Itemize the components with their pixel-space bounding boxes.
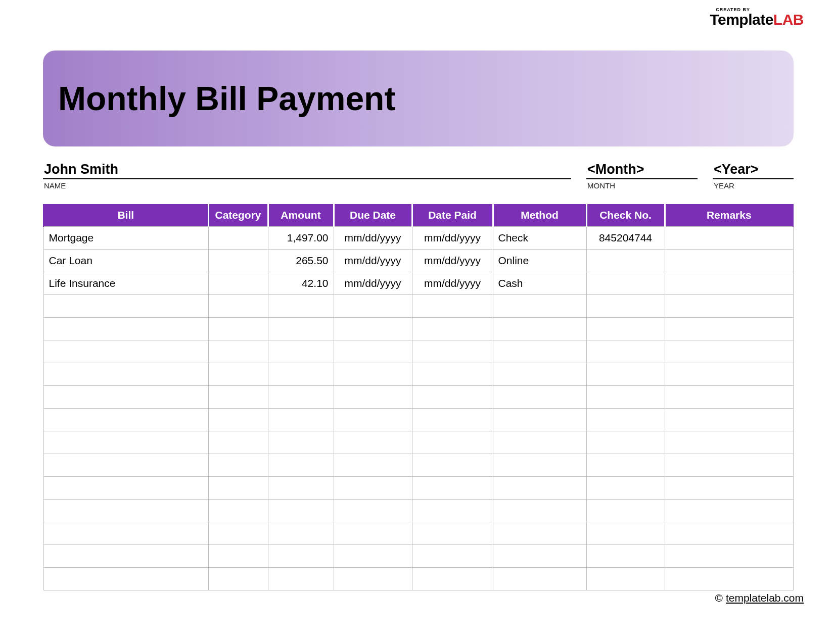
cell-amount[interactable] xyxy=(268,318,334,340)
cell-amount[interactable] xyxy=(268,295,334,318)
name-value[interactable]: John Smith xyxy=(43,162,571,179)
cell-amount[interactable] xyxy=(268,340,334,363)
cell-due_date[interactable] xyxy=(334,386,412,409)
cell-remarks[interactable] xyxy=(665,272,793,295)
cell-date_paid[interactable] xyxy=(412,409,493,431)
cell-check_no[interactable] xyxy=(586,477,665,500)
cell-date_paid[interactable] xyxy=(412,500,493,522)
cell-method[interactable] xyxy=(493,340,586,363)
cell-bill[interactable] xyxy=(43,522,208,545)
cell-bill[interactable] xyxy=(43,409,208,431)
cell-category[interactable] xyxy=(208,295,268,318)
cell-check_no[interactable] xyxy=(586,545,665,568)
cell-due_date[interactable] xyxy=(334,431,412,454)
cell-method[interactable]: Cash xyxy=(493,272,586,295)
cell-method[interactable] xyxy=(493,522,586,545)
cell-remarks[interactable] xyxy=(665,522,793,545)
cell-method[interactable] xyxy=(493,454,586,477)
cell-remarks[interactable] xyxy=(665,386,793,409)
cell-method[interactable] xyxy=(493,431,586,454)
cell-amount[interactable] xyxy=(268,454,334,477)
cell-amount[interactable] xyxy=(268,522,334,545)
cell-amount[interactable] xyxy=(268,545,334,568)
cell-amount[interactable] xyxy=(268,409,334,431)
cell-check_no[interactable] xyxy=(586,295,665,318)
cell-method[interactable] xyxy=(493,500,586,522)
cell-remarks[interactable] xyxy=(665,409,793,431)
cell-bill[interactable] xyxy=(43,477,208,500)
cell-bill[interactable]: Life Insurance xyxy=(43,272,208,295)
cell-amount[interactable] xyxy=(268,363,334,386)
cell-category[interactable] xyxy=(208,386,268,409)
cell-category[interactable] xyxy=(208,454,268,477)
cell-due_date[interactable] xyxy=(334,522,412,545)
cell-bill[interactable]: Car Loan xyxy=(43,250,208,272)
cell-due_date[interactable] xyxy=(334,340,412,363)
cell-method[interactable]: Check xyxy=(493,227,586,250)
cell-check_no[interactable] xyxy=(586,500,665,522)
cell-remarks[interactable] xyxy=(665,295,793,318)
cell-amount[interactable] xyxy=(268,386,334,409)
cell-bill[interactable] xyxy=(43,363,208,386)
cell-due_date[interactable]: mm/dd/yyyy xyxy=(334,250,412,272)
cell-check_no[interactable] xyxy=(586,250,665,272)
month-value[interactable]: <Month> xyxy=(586,162,698,179)
footer-link[interactable]: templatelab.com xyxy=(726,592,804,604)
cell-remarks[interactable] xyxy=(665,340,793,363)
year-value[interactable]: <Year> xyxy=(713,162,794,179)
cell-amount[interactable]: 42.10 xyxy=(268,272,334,295)
cell-method[interactable]: Online xyxy=(493,250,586,272)
cell-method[interactable] xyxy=(493,409,586,431)
cell-date_paid[interactable] xyxy=(412,295,493,318)
cell-check_no[interactable] xyxy=(586,363,665,386)
cell-category[interactable] xyxy=(208,409,268,431)
cell-bill[interactable] xyxy=(43,386,208,409)
cell-bill[interactable] xyxy=(43,568,208,590)
cell-remarks[interactable] xyxy=(665,318,793,340)
cell-bill[interactable] xyxy=(43,454,208,477)
cell-check_no[interactable] xyxy=(586,431,665,454)
cell-date_paid[interactable] xyxy=(412,363,493,386)
cell-due_date[interactable] xyxy=(334,477,412,500)
cell-method[interactable] xyxy=(493,477,586,500)
cell-due_date[interactable] xyxy=(334,363,412,386)
cell-bill[interactable] xyxy=(43,295,208,318)
cell-date_paid[interactable]: mm/dd/yyyy xyxy=(412,227,493,250)
cell-category[interactable] xyxy=(208,500,268,522)
cell-category[interactable] xyxy=(208,227,268,250)
cell-amount[interactable] xyxy=(268,500,334,522)
cell-category[interactable] xyxy=(208,568,268,590)
cell-remarks[interactable] xyxy=(665,250,793,272)
cell-date_paid[interactable] xyxy=(412,545,493,568)
cell-bill[interactable] xyxy=(43,340,208,363)
cell-check_no[interactable] xyxy=(586,454,665,477)
cell-method[interactable] xyxy=(493,363,586,386)
cell-remarks[interactable] xyxy=(665,454,793,477)
cell-date_paid[interactable] xyxy=(412,386,493,409)
cell-bill[interactable] xyxy=(43,500,208,522)
cell-category[interactable] xyxy=(208,363,268,386)
cell-amount[interactable] xyxy=(268,568,334,590)
cell-category[interactable] xyxy=(208,250,268,272)
cell-category[interactable] xyxy=(208,522,268,545)
cell-check_no[interactable] xyxy=(586,318,665,340)
cell-due_date[interactable] xyxy=(334,409,412,431)
cell-bill[interactable] xyxy=(43,318,208,340)
cell-due_date[interactable]: mm/dd/yyyy xyxy=(334,227,412,250)
cell-check_no[interactable] xyxy=(586,272,665,295)
cell-remarks[interactable] xyxy=(665,477,793,500)
cell-category[interactable] xyxy=(208,318,268,340)
cell-bill[interactable] xyxy=(43,545,208,568)
cell-remarks[interactable] xyxy=(665,500,793,522)
cell-method[interactable] xyxy=(493,568,586,590)
cell-date_paid[interactable] xyxy=(412,454,493,477)
cell-date_paid[interactable] xyxy=(412,431,493,454)
cell-check_no[interactable] xyxy=(586,409,665,431)
cell-remarks[interactable] xyxy=(665,227,793,250)
cell-check_no[interactable] xyxy=(586,568,665,590)
cell-date_paid[interactable]: mm/dd/yyyy xyxy=(412,250,493,272)
cell-amount[interactable]: 265.50 xyxy=(268,250,334,272)
cell-bill[interactable] xyxy=(43,431,208,454)
cell-bill[interactable]: Mortgage xyxy=(43,227,208,250)
cell-method[interactable] xyxy=(493,386,586,409)
